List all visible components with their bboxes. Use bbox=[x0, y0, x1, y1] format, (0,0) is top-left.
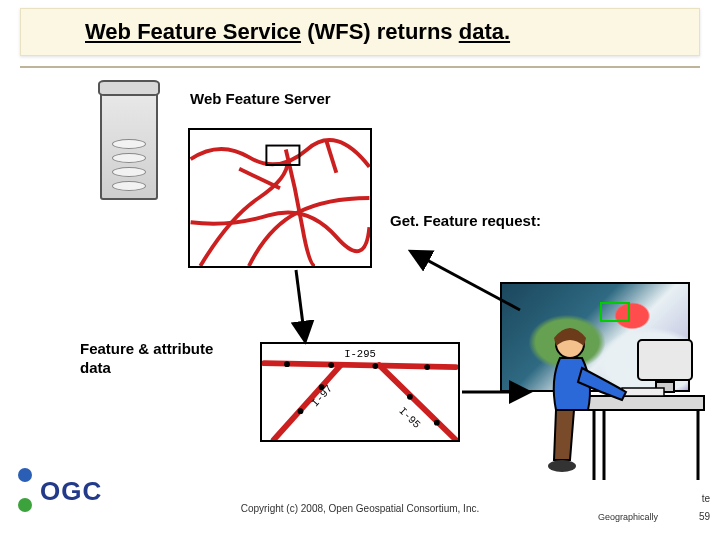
svg-point-2 bbox=[372, 363, 378, 369]
road-network-map bbox=[188, 128, 372, 268]
label-wfs-server: Web Feature Server bbox=[190, 90, 340, 109]
svg-point-3 bbox=[424, 364, 430, 370]
svg-rect-10 bbox=[586, 396, 704, 410]
svg-point-4 bbox=[298, 408, 304, 414]
ogc-logo: OGC bbox=[18, 468, 128, 512]
server-icon bbox=[100, 80, 158, 200]
highway-detail-panel: I-295 I-97 I-95 bbox=[260, 342, 460, 442]
svg-point-7 bbox=[434, 420, 440, 426]
label-get-feature: Get. Feature request: bbox=[390, 212, 550, 231]
road-label-i95: I-95 bbox=[396, 405, 423, 431]
ogc-logo-text: OGC bbox=[40, 476, 102, 507]
road-label-i295: I-295 bbox=[344, 348, 376, 360]
title-returns: returns bbox=[377, 19, 459, 44]
title-bar: Web Feature Service (WFS) returns data. bbox=[20, 8, 700, 56]
user-illustration bbox=[530, 310, 710, 480]
svg-line-15 bbox=[296, 270, 305, 340]
svg-point-13 bbox=[548, 460, 576, 472]
svg-point-1 bbox=[328, 362, 334, 368]
slide-title: Web Feature Service (WFS) returns data. bbox=[85, 19, 510, 45]
road-label-i97: I-97 bbox=[309, 383, 335, 410]
slide-root: Web Feature Service (WFS) returns data. … bbox=[0, 0, 720, 540]
footer-corner-te: te bbox=[702, 493, 710, 504]
title-wfs: Web Feature Service bbox=[85, 19, 301, 44]
copyright-text: Copyright (c) 2008, Open Geospatial Cons… bbox=[241, 503, 479, 514]
label-feature-attr: Feature & attribute data bbox=[80, 340, 230, 378]
title-data: data. bbox=[459, 19, 510, 44]
svg-point-6 bbox=[407, 394, 413, 400]
title-abbr: (WFS) bbox=[301, 19, 377, 44]
footer-page-number: 59 bbox=[699, 511, 710, 522]
svg-point-0 bbox=[284, 361, 290, 367]
svg-rect-8 bbox=[638, 340, 692, 380]
svg-rect-11 bbox=[622, 388, 664, 396]
title-rule bbox=[20, 66, 700, 68]
footer-corner-label: Geographically bbox=[598, 512, 658, 522]
